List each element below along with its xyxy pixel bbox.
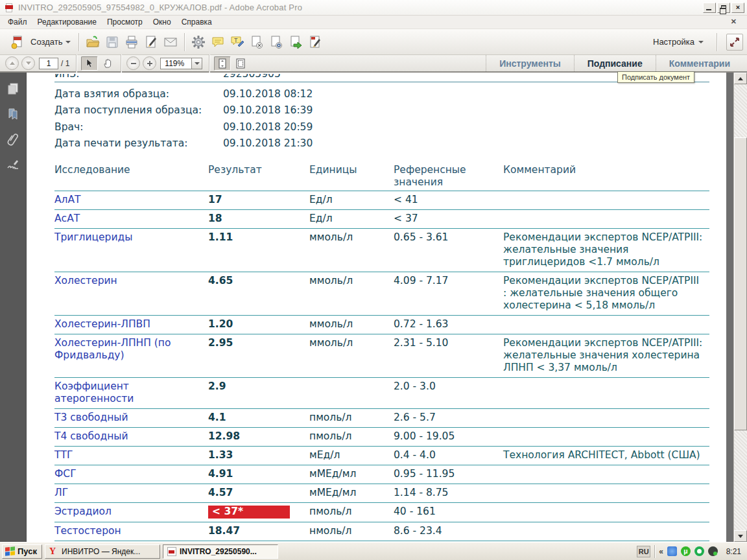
select-tool-button[interactable] — [81, 56, 98, 71]
test-comment — [503, 522, 709, 541]
info-value: 09.10.2018 16:39 — [223, 104, 313, 116]
menu-item[interactable]: Файл — [3, 16, 32, 28]
column-header: Исследование — [54, 163, 208, 191]
table-row: Холестерин 4.65 ммоль/л 4.09 - 7.17 Реко… — [54, 272, 709, 316]
test-name: Холестерин — [54, 272, 208, 316]
utorrent-tray-icon[interactable] — [681, 546, 691, 556]
zoom-in-button[interactable] — [143, 56, 156, 70]
text-edit-icon[interactable]: T — [230, 34, 245, 50]
minimize-button[interactable] — [703, 3, 716, 13]
inz-label: ИНЗ: — [54, 74, 223, 80]
test-result: 4.91 — [208, 468, 233, 480]
table-row: Эстрадиол < 37* пмоль/л 40 - 161 — [54, 503, 709, 522]
menu-item[interactable]: Окно — [148, 16, 176, 28]
settings-button-label: Настройка — [653, 37, 694, 47]
green-app-tray-icon[interactable] — [694, 546, 704, 556]
zoom-level-combo[interactable]: 119% — [160, 58, 202, 69]
previous-page-button[interactable] — [5, 56, 19, 70]
test-reference-range: 40 - 161 — [394, 503, 503, 522]
acrobat-app-icon — [4, 3, 14, 13]
menu-item[interactable]: Редактирование — [32, 16, 102, 28]
create-button[interactable]: Создать — [4, 32, 75, 52]
settings-button[interactable]: Настройка — [649, 35, 707, 49]
blue-app-tray-icon[interactable] — [667, 546, 677, 556]
language-indicator[interactable]: RU — [637, 546, 650, 557]
test-comment — [503, 503, 709, 522]
dark-app-tray-icon[interactable] — [708, 546, 718, 556]
page-navigation-toolbar: / 1 119% ИнструментыПодписаниеКомментари… — [0, 55, 747, 73]
hand-tool-button[interactable] — [99, 56, 116, 71]
create-page-icon — [10, 34, 25, 50]
sign-page-icon[interactable] — [143, 34, 159, 50]
forms-icon[interactable] — [307, 34, 323, 50]
test-reference-range: < 41 — [394, 191, 503, 210]
menu-item[interactable]: Справка — [176, 16, 217, 28]
comment-icon[interactable] — [210, 34, 226, 50]
clock: 8:21 — [722, 547, 741, 556]
signatures-icon[interactable] — [6, 158, 20, 172]
menu-item[interactable]: Просмотр — [102, 16, 148, 28]
test-result: 4.57 — [208, 487, 233, 498]
tray-overflow-chevron[interactable]: « — [659, 547, 663, 556]
test-unit: ммоль/л — [309, 316, 394, 334]
test-comment: Рекомендации экспертов NCEP/ATPIII: жела… — [503, 229, 709, 272]
save-icon[interactable] — [104, 34, 120, 50]
open-icon[interactable] — [85, 34, 101, 50]
page-extract-icon[interactable] — [249, 34, 265, 50]
scroll-down-button[interactable] — [734, 530, 747, 542]
fit-page-button[interactable] — [232, 56, 249, 71]
zoom-dropdown-button[interactable] — [191, 58, 202, 69]
test-unit: мМЕд/мл — [309, 465, 394, 484]
pages-icon[interactable] — [6, 82, 20, 96]
start-button[interactable]: Пуск — [2, 544, 42, 559]
export-icon[interactable] — [288, 34, 303, 50]
bookmarks-icon[interactable] — [6, 107, 20, 121]
table-row: АлАТ 17 Ед/л < 41 — [54, 191, 709, 210]
inz-row-clipped: ИНЗ: 292505905 — [54, 74, 709, 82]
toolbar-separator — [121, 54, 121, 73]
test-unit: ммоль/л — [309, 334, 394, 378]
restore-button[interactable] — [717, 3, 730, 13]
test-result: 18 — [208, 213, 222, 224]
table-row: Т3 свободный 4.1 пмоль/л 2.6 - 5.7 — [54, 409, 709, 428]
test-reference-range: 1.14 - 8.75 — [394, 484, 503, 503]
scroll-up-button[interactable] — [734, 73, 747, 84]
menubar-close-icon[interactable]: ✕ — [726, 18, 742, 26]
test-name: Тестостерон — [54, 522, 208, 541]
panel-tab[interactable]: Инструменты — [486, 55, 574, 71]
yandex-icon — [49, 547, 58, 556]
test-name: АсАТ — [54, 210, 208, 229]
scrolling-mode-button[interactable] — [214, 56, 231, 71]
column-header: Комментарий — [503, 163, 709, 191]
window-titlebar: INVITRO_292505905_97554982_0_КРУЖАЛОВ.pd… — [0, 0, 747, 16]
scrollbar-thumb[interactable] — [734, 137, 747, 430]
info-label: Дата поступления образца: — [54, 104, 223, 116]
page-number-input[interactable] — [39, 58, 58, 69]
close-button[interactable]: × — [731, 3, 744, 13]
maximize-mode-icon[interactable] — [726, 34, 743, 51]
panel-tab[interactable]: Комментарии — [656, 55, 743, 71]
results-table-body: АлАТ 17 Ед/л < 41 АсАТ 18 Ед/л < 37 — [54, 191, 709, 542]
zoom-out-button[interactable] — [126, 56, 140, 70]
task-button[interactable]: INVITRO_29250590... — [163, 544, 278, 559]
sign-document-tooltip: Подписать документ — [617, 71, 694, 83]
chevron-down-icon — [698, 41, 704, 43]
vertical-scrollbar[interactable] — [733, 73, 747, 542]
next-page-button[interactable] — [21, 56, 35, 70]
create-button-label: Создать — [30, 37, 62, 47]
zoom-level-value[interactable]: 119% — [160, 58, 191, 69]
info-value: 09.10.2018 21:30 — [223, 137, 313, 149]
task-button[interactable]: ИНВИТРО — Яндек... — [45, 544, 160, 559]
attachments-icon[interactable] — [6, 132, 20, 146]
test-reference-range: 2.0 - 3.0 — [394, 378, 503, 409]
email-icon[interactable] — [163, 34, 178, 50]
panel-tab[interactable]: Подписание — [574, 55, 656, 71]
test-unit: ммоль/л — [309, 229, 394, 272]
table-row: Коэффициент атерогенности 2.9 2.0 - 3.0 — [54, 378, 709, 409]
print-icon[interactable] — [124, 34, 139, 50]
test-comment: Рекомендации экспертов NCEP/ATPIII : жел… — [503, 272, 709, 316]
test-comment — [503, 191, 709, 210]
page-attach-icon[interactable] — [268, 34, 284, 50]
test-comment — [503, 541, 709, 542]
preferences-gear-icon[interactable] — [191, 34, 206, 50]
